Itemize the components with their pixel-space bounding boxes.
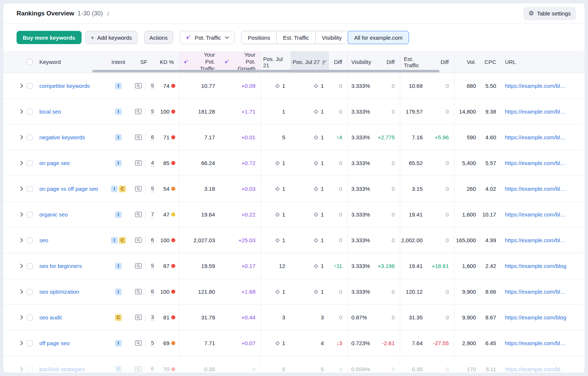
buy-more-keywords-button[interactable]: Buy more keywords — [17, 31, 82, 44]
intent-badge-i[interactable]: I — [115, 134, 122, 141]
intent-badge-i[interactable]: I — [115, 263, 122, 269]
intent-badge-i[interactable]: I — [115, 160, 122, 166]
keyword-link[interactable]: backlink strategies — [39, 366, 85, 372]
keyword-link[interactable]: seo optimization — [39, 289, 79, 295]
select-all-checkbox[interactable] — [27, 59, 33, 65]
row-checkbox[interactable] — [27, 237, 33, 243]
sf-count[interactable]: 6 — [151, 134, 154, 141]
sf-count[interactable]: 5 — [151, 82, 154, 90]
keyword-link[interactable]: seo — [39, 237, 48, 243]
intent-badge-i[interactable]: I — [115, 211, 122, 218]
intent-badge-c[interactable]: C — [119, 186, 126, 192]
url-link[interactable]: https://example.com/bl… — [505, 237, 566, 243]
col-header-volume[interactable]: Vol. — [454, 51, 481, 73]
sf-count[interactable]: 3 — [151, 314, 154, 321]
serp-features-button[interactable] — [131, 253, 145, 279]
info-icon[interactable]: i — [106, 10, 109, 17]
serp-features-button[interactable] — [131, 330, 145, 356]
expand-row-button[interactable] — [17, 99, 27, 124]
expand-row-button[interactable] — [17, 356, 27, 373]
sf-count[interactable]: 5 — [151, 262, 154, 270]
keyword-link[interactable]: seo for beginners — [39, 263, 82, 269]
url-link[interactable]: https://example.com/bl… — [505, 366, 566, 372]
serp-features-button[interactable] — [131, 176, 145, 201]
serp-features-button[interactable] — [131, 99, 145, 124]
url-link[interactable]: https://example.com/bl… — [505, 134, 566, 140]
tab-positions[interactable]: Positions — [241, 31, 276, 44]
serp-features-button[interactable] — [131, 279, 145, 304]
keyword-link[interactable]: seo audit — [39, 314, 62, 321]
sf-count[interactable]: 4 — [151, 160, 154, 167]
url-link[interactable]: https://example.com/bl… — [505, 108, 566, 115]
col-header-url[interactable]: URL — [501, 51, 579, 73]
tab-est-traffic[interactable]: Est. Traffic — [276, 31, 315, 44]
sf-count[interactable]: 6 — [151, 288, 154, 296]
row-checkbox[interactable] — [27, 366, 33, 372]
url-link[interactable]: https://example.com/bl… — [505, 211, 566, 218]
expand-row-button[interactable] — [17, 202, 27, 227]
sf-count[interactable]: 5 — [151, 185, 154, 193]
row-checkbox[interactable] — [27, 186, 33, 192]
expand-row-button[interactable] — [17, 150, 27, 176]
url-link[interactable]: https://example.com/blog — [505, 263, 566, 269]
expand-row-button[interactable] — [17, 330, 27, 356]
row-checkbox[interactable] — [27, 263, 33, 269]
expand-row-button[interactable] — [17, 305, 27, 330]
keyword-link[interactable]: on page vs off page seo — [39, 186, 98, 192]
keyword-link[interactable]: negative keywords — [39, 134, 85, 140]
url-link[interactable]: https://example.com/bl… — [505, 83, 566, 89]
intent-badge-i[interactable]: I — [115, 289, 122, 295]
row-checkbox[interactable] — [27, 160, 33, 166]
add-keywords-button[interactable]: + Add keywords — [85, 31, 137, 44]
sf-count[interactable]: 5 — [151, 340, 154, 347]
url-link[interactable]: https://example.com/bl… — [505, 186, 566, 192]
keyword-link[interactable]: local seo — [39, 108, 61, 115]
row-checkbox[interactable] — [27, 135, 33, 140]
intent-badge-c[interactable]: C — [119, 237, 126, 244]
expand-row-button[interactable] — [17, 73, 27, 99]
horizontal-scrollbar[interactable] — [92, 70, 440, 72]
url-link[interactable]: https://example.com/blog — [505, 314, 566, 321]
expand-row-button[interactable] — [17, 228, 27, 253]
serp-features-button[interactable] — [131, 356, 145, 373]
expand-row-button[interactable] — [17, 253, 27, 279]
keyword-link[interactable]: off page seo — [39, 340, 69, 346]
sf-count[interactable]: 7 — [151, 211, 154, 218]
serp-features-button[interactable] — [131, 305, 145, 330]
table-settings-button[interactable]: ⚙ Table settings — [523, 7, 576, 20]
row-checkbox[interactable] — [27, 340, 33, 346]
actions-button[interactable]: Actions — [144, 31, 173, 44]
metric-dropdown[interactable]: Pot. Traffic — [180, 31, 234, 44]
keyword-link[interactable]: organic seo — [39, 211, 68, 218]
serp-features-button[interactable] — [131, 228, 145, 253]
expand-row-button[interactable] — [17, 125, 27, 150]
sf-count[interactable]: 6 — [151, 237, 154, 244]
intent-badge-i[interactable]: I — [115, 366, 122, 372]
serp-features-button[interactable] — [131, 202, 145, 227]
row-checkbox[interactable] — [27, 212, 33, 218]
col-header-cpc[interactable]: CPC — [481, 51, 501, 73]
expand-row-button[interactable] — [17, 176, 27, 201]
sf-count[interactable]: 5 — [151, 108, 154, 115]
expand-row-button[interactable] — [17, 279, 27, 304]
intent-badge-i[interactable]: I — [111, 237, 118, 244]
row-checkbox[interactable] — [27, 315, 33, 321]
serp-features-button[interactable] — [131, 150, 145, 176]
keyword-link[interactable]: competitor keywords — [39, 83, 90, 89]
row-checkbox[interactable] — [27, 83, 33, 89]
row-checkbox[interactable] — [27, 109, 33, 115]
serp-features-button[interactable] — [131, 125, 145, 150]
url-link[interactable]: https://example.com/bl… — [505, 289, 566, 295]
intent-badge-i[interactable]: I — [111, 186, 118, 192]
intent-badge-i[interactable]: I — [115, 340, 122, 347]
serp-features-button[interactable] — [131, 73, 145, 99]
intent-badge-i[interactable]: I — [115, 108, 122, 115]
tab-all-for-domain[interactable]: All for example.com — [348, 31, 409, 44]
keyword-link[interactable]: on page seo — [39, 160, 70, 166]
tab-visibility[interactable]: Visibility — [315, 31, 348, 44]
url-link[interactable]: https://example.com/bl… — [505, 160, 566, 166]
intent-badge-i[interactable]: I — [115, 83, 122, 89]
sf-count[interactable]: 6 — [151, 365, 154, 373]
url-link[interactable]: https://example.com/bl… — [505, 340, 566, 346]
row-checkbox[interactable] — [27, 289, 33, 295]
